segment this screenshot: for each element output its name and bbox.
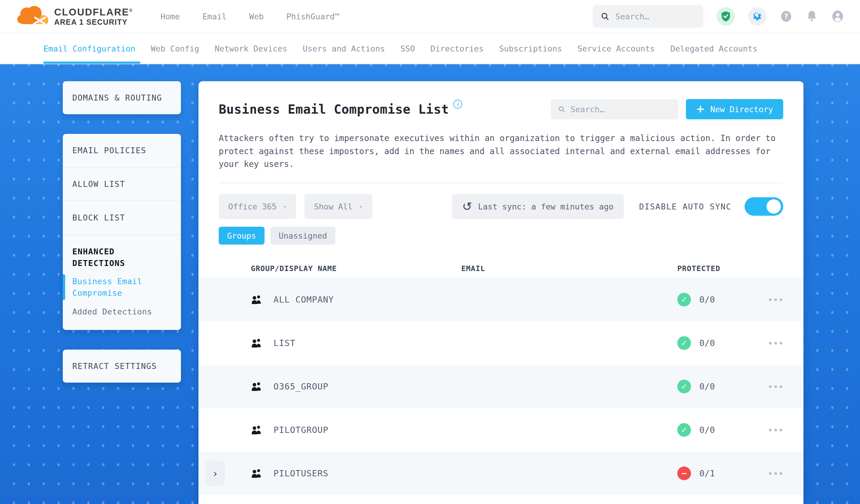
ellipsis-dot [780,429,782,431]
ellipsis-dot [774,299,777,301]
section-divider [219,183,783,183]
tab-delegated-accounts[interactable]: Delegated Accounts [671,33,758,64]
tab-email-configuration[interactable]: Email Configuration [43,33,135,64]
sidebar-item-added-detections[interactable]: Added Detections [63,302,181,330]
directory-filter-dropdown[interactable]: Office 365 ▾ [219,194,296,219]
group-name: PILOTUSERS [273,468,329,478]
show-filter-dropdown[interactable]: Show All ▾ [304,194,372,219]
settings-button[interactable] [748,7,766,26]
unprotected-minus-icon: − [677,466,691,480]
list-search-input[interactable] [571,105,671,114]
account-button[interactable] [831,10,845,23]
row-actions-menu[interactable] [768,299,803,301]
ellipsis-dot [769,385,772,388]
user-avatar-icon [831,10,845,23]
show-filter-value: Show All [314,202,353,211]
row-actions-menu[interactable] [768,429,803,431]
ellipsis-dot [769,342,772,345]
list-search[interactable] [551,99,678,119]
group-people-icon [251,338,263,348]
group-name: O365_GROUP [273,381,329,391]
directory-filter-value: Office 365 [228,202,277,211]
sidebar-item-business-email-compromise[interactable]: Business Email Compromise [63,272,181,302]
panel-header: Business Email Compromise List i + New D… [219,99,783,119]
protected-count: 0/0 [699,338,715,348]
brand-title: CLOUDFLARE® [54,6,133,18]
table-row-all-company: ALL COMPANY✓0/0 [199,278,803,321]
auto-sync-toggle[interactable] [745,197,783,216]
info-icon[interactable]: i [453,100,462,109]
row-actions-menu[interactable] [768,342,803,345]
ellipsis-dot [774,472,777,475]
top-nav-web[interactable]: Web [249,12,264,21]
tab-service-accounts[interactable]: Service Accounts [577,33,655,64]
ellipsis-dot [769,472,772,475]
ellipsis-dot [769,299,772,301]
row-actions-menu[interactable] [768,385,803,388]
protected-count: 0/1 [699,468,715,478]
search-icon [601,12,610,21]
global-search[interactable] [593,5,703,28]
table-row-pilotgroup: PILOTGROUP✓0/0 [199,408,803,452]
last-sync-button[interactable]: ↺ Last sync: a few minutes ago [452,194,624,219]
group-tabs: GroupsUnassigned [219,227,783,245]
tab-unassigned[interactable]: Unassigned [271,227,336,245]
groups-table: GROUP/DISPLAY NAME EMAIL PROTECTED ALL C… [199,259,803,495]
new-directory-button[interactable]: + New Directory [686,99,784,119]
group-name-cell[interactable]: ALL COMPANY [251,294,461,305]
sidebar-card: DOMAINS & ROUTING [63,81,181,114]
protected-check-icon: ✓ [677,293,691,306]
group-name: PILOTGROUP [273,425,329,435]
chevron-down-icon: ▾ [359,203,362,210]
tab-users-and-actions[interactable]: Users and Actions [303,33,385,64]
new-directory-label: New Directory [710,105,773,114]
shield-check-icon [721,11,731,22]
sidebar-item-enhanced-detections[interactable]: ENHANCED DETECTIONS [63,235,181,272]
last-sync-label: Last sync: a few minutes ago [478,202,614,211]
top-nav-phishguard[interactable]: PhishGuard™ [286,12,340,21]
column-protected: PROTECTED [677,264,768,273]
sidebar-item-allow-list[interactable]: ALLOW LIST [63,168,181,201]
help-button[interactable]: ? [780,10,793,23]
sidebar-item-email-policies[interactable]: EMAIL POLICIES [63,134,181,168]
ellipsis-dot [780,342,782,345]
group-name-cell[interactable]: PILOTGROUP [251,425,461,435]
cloudflare-logo-icon [17,5,49,28]
search-icon [558,105,565,113]
plus-icon: + [696,103,705,115]
top-nav-home[interactable]: Home [160,12,180,21]
table-row-pilotusers: ›PILOTUSERS−0/1 [199,452,803,495]
tab-sso[interactable]: SSO [401,33,415,64]
group-people-icon [251,469,263,478]
top-nav: HomeEmailWebPhishGuard™ [160,12,340,21]
ellipsis-dot [780,472,782,475]
tab-subscriptions[interactable]: Subscriptions [499,33,562,64]
group-name-cell[interactable]: PILOTUSERS [251,468,461,478]
tab-groups[interactable]: Groups [219,227,264,245]
sidebar-item-retract-settings[interactable]: RETRACT SETTINGS [63,349,181,383]
protected-check-icon: ✓ [677,380,691,393]
global-search-input[interactable] [615,12,696,21]
bell-icon [806,10,818,23]
expand-row-button[interactable]: › [205,461,225,486]
svg-text:?: ? [784,13,788,20]
table-header: GROUP/DISPLAY NAME EMAIL PROTECTED [199,259,803,278]
table-row-o365-group: O365_GROUP✓0/0 [199,365,803,408]
sidebar-item-domains-routing[interactable]: DOMAINS & ROUTING [63,81,181,114]
tab-network-devices[interactable]: Network Devices [215,33,287,64]
top-nav-email[interactable]: Email [202,12,227,21]
group-people-icon [251,425,263,435]
security-status-button[interactable] [717,7,735,26]
main-panel: Business Email Compromise List i + New D… [199,81,803,504]
sidebar-card: EMAIL POLICIESALLOW LISTBLOCK LISTENHANC… [63,134,181,330]
protected-count: 0/0 [699,381,715,391]
brand[interactable]: CLOUDFLARE® AREA 1 SECURITY [17,5,133,28]
row-actions-menu[interactable] [768,472,803,475]
group-name-cell[interactable]: LIST [251,338,461,348]
notifications-button[interactable] [806,10,818,23]
group-name-cell[interactable]: O365_GROUP [251,381,461,391]
tab-web-config[interactable]: Web Config [151,33,199,64]
sidebar-item-block-list[interactable]: BLOCK LIST [63,201,181,235]
ellipsis-dot [774,385,777,388]
tab-directories[interactable]: Directories [430,33,484,64]
